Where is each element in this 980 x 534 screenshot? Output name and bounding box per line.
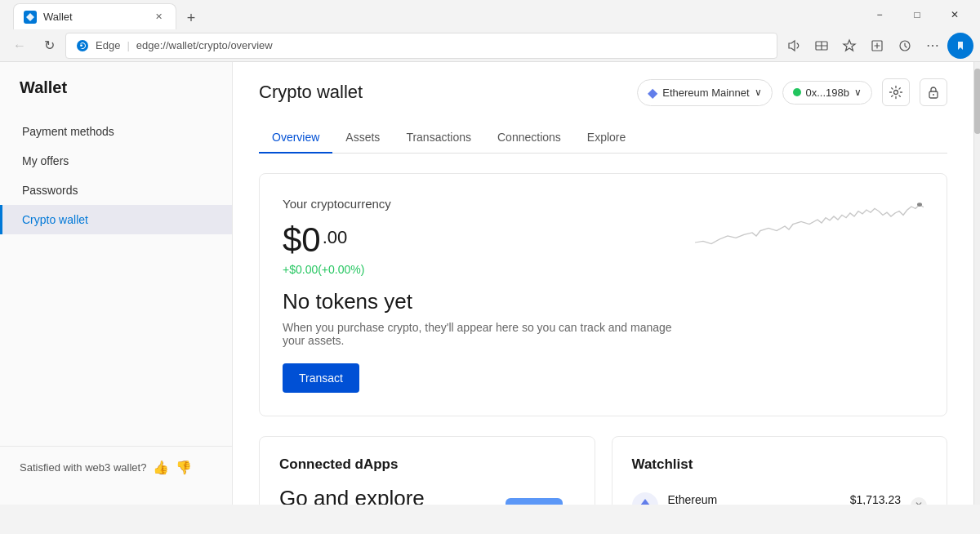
back-button[interactable]: ← — [7, 33, 33, 59]
eth-coin-info: Ethereum ETH — [668, 493, 840, 505]
lock-icon — [926, 85, 941, 100]
sidebar-item-my-offers[interactable]: My offers — [0, 146, 232, 176]
sidebar-item-crypto-wallet[interactable]: Crypto wallet — [0, 205, 232, 234]
price-whole: $0 — [283, 220, 321, 260]
svg-point-5 — [894, 91, 898, 95]
price-display: $0 .00 — [283, 220, 679, 260]
tab-title: Wallet — [43, 11, 145, 23]
sidebar-item-payment-methods[interactable]: Payment methods — [0, 117, 232, 146]
svg-rect-9 — [506, 498, 563, 505]
tab-explore[interactable]: Explore — [574, 122, 639, 154]
tab-assets[interactable]: Assets — [332, 122, 393, 154]
no-tokens-description: When you purchase crypto, they'll appear… — [283, 321, 679, 347]
watchlist-item-eth: Ethereum ETH $1,713.23 +2.98% ✕ — [632, 486, 928, 505]
dapps-illustration-svg — [501, 486, 575, 505]
no-tokens-heading: No tokens yet — [283, 289, 679, 314]
svg-point-8 — [917, 202, 922, 207]
wallet-settings-button[interactable] — [882, 78, 910, 106]
price-cents: .00 — [323, 227, 348, 248]
browser-chrome: Wallet ✕ + − □ ✕ ← ↻ Edge | edge://walle… — [0, 0, 980, 62]
wallet-address-label: 0x...198b — [806, 87, 850, 99]
scrollbar-thumb[interactable] — [974, 69, 980, 134]
new-tab-button[interactable]: + — [180, 7, 203, 29]
tab-transactions[interactable]: Transactions — [393, 122, 484, 154]
thumbs-down-icon[interactable]: 👎 — [176, 460, 192, 475]
tab-close-button[interactable]: ✕ — [151, 10, 166, 24]
price-change: +$0.00(+0.00%) — [283, 263, 679, 276]
address-protocol: Edge — [96, 39, 120, 51]
bing-chat-button[interactable] — [947, 33, 973, 59]
chart-svg — [695, 197, 924, 262]
eth-coin-icon — [632, 492, 658, 505]
svg-point-1 — [77, 40, 88, 51]
content-inner: Crypto wallet ◆ Ethereum Mainnet ∨ 0x...… — [233, 62, 973, 505]
tab-favicon-icon — [24, 11, 37, 24]
wallet-header-right: ◆ Ethereum Mainnet ∨ 0x...198b ∨ — [637, 78, 947, 106]
address-input[interactable]: Edge | edge://wallet/crypto/overview — [65, 33, 777, 59]
minimize-button[interactable]: − — [861, 0, 898, 29]
crypto-overview-section: Your cryptocurrency $0 .00 +$0.00(+0.00%… — [259, 173, 947, 416]
sidebar-item-label: Payment methods — [22, 125, 114, 138]
tab-overview[interactable]: Overview — [259, 122, 332, 154]
collections-icon[interactable] — [864, 33, 890, 59]
watchlist-section: Watchlist Ethereum ETH — [612, 436, 948, 505]
feedback-text: Satisfied with web3 wallet? 👍 👎 — [20, 460, 212, 475]
sidebar: Wallet Payment methods My offers Passwor… — [0, 62, 233, 505]
eth-remove-button[interactable]: ✕ — [911, 497, 927, 505]
title-bar: Wallet ✕ + − □ ✕ — [0, 0, 980, 29]
favorites-icon[interactable] — [836, 33, 862, 59]
dapps-section: Connected dApps Go and explore With your… — [259, 436, 595, 505]
edge-logo-icon — [76, 39, 89, 52]
eth-diamond-icon: ◆ — [648, 85, 657, 100]
wallet-lock-button[interactable] — [920, 78, 947, 106]
page-title: Crypto wallet — [259, 82, 363, 103]
transact-button[interactable]: Transact — [283, 363, 359, 393]
tab-connections[interactable]: Connections — [484, 122, 574, 154]
immersive-reader-icon[interactable] — [808, 33, 835, 59]
toolbar-icons: ⋯ — [781, 33, 973, 59]
nav-tabs: Overview Assets Transactions Connections… — [259, 122, 947, 154]
sidebar-feedback: Satisfied with web3 wallet? 👍 👎 — [0, 446, 232, 488]
browser-tab-wallet[interactable]: Wallet ✕ — [13, 3, 176, 29]
eth-price: $1,713.23 +2.98% — [850, 493, 901, 505]
bottom-grid: Connected dApps Go and explore With your… — [259, 436, 947, 505]
thumbs-up-icon[interactable]: 👍 — [153, 460, 169, 475]
online-status-indicator — [793, 88, 801, 96]
sidebar-item-label: My offers — [22, 154, 69, 167]
main-layout: Wallet Payment methods My offers Passwor… — [0, 62, 980, 505]
read-aloud-icon[interactable] — [781, 33, 807, 59]
address-chevron-icon: ∨ — [854, 87, 862, 98]
svg-point-7 — [933, 94, 934, 96]
address-url: edge://wallet/crypto/overview — [136, 39, 273, 51]
browser-essentials-icon[interactable] — [892, 33, 918, 59]
sidebar-item-passwords[interactable]: Passwords — [0, 176, 232, 205]
price-chart — [695, 197, 924, 278]
sidebar-nav: Payment methods My offers Passwords Cryp… — [0, 117, 232, 446]
close-button[interactable]: ✕ — [936, 0, 973, 29]
wallet-header: Crypto wallet ◆ Ethereum Mainnet ∨ 0x...… — [259, 78, 947, 106]
network-chevron-icon: ∨ — [755, 87, 762, 98]
tab-bar: Wallet ✕ + — [7, 0, 861, 29]
ethereum-icon — [637, 497, 653, 505]
scrollbar[interactable] — [973, 62, 980, 505]
window-controls: − □ ✕ — [861, 0, 973, 29]
dapps-title: Go and explore — [279, 486, 492, 505]
dapps-illustration — [501, 486, 575, 505]
address-selector[interactable]: 0x...198b ∨ — [782, 81, 873, 105]
gear-icon — [889, 85, 903, 100]
eth-name: Ethereum — [668, 493, 840, 505]
refresh-button[interactable]: ↻ — [36, 33, 62, 59]
address-separator: | — [127, 39, 129, 51]
eth-price-value: $1,713.23 — [850, 493, 901, 505]
network-selector[interactable]: ◆ Ethereum Mainnet ∨ — [637, 79, 772, 106]
watchlist-heading: Watchlist — [632, 456, 928, 473]
sidebar-title: Wallet — [0, 78, 232, 117]
maximize-button[interactable]: □ — [898, 0, 936, 29]
content-area: Crypto wallet ◆ Ethereum Mainnet ∨ 0x...… — [233, 62, 973, 505]
sidebar-item-label: Passwords — [22, 184, 78, 197]
dapps-heading: Connected dApps — [279, 456, 575, 473]
address-bar: ← ↻ Edge | edge://wallet/crypto/overview — [0, 29, 980, 62]
more-options-icon[interactable]: ⋯ — [920, 33, 946, 59]
network-label: Ethereum Mainnet — [662, 87, 749, 99]
sidebar-item-label: Crypto wallet — [22, 213, 88, 226]
